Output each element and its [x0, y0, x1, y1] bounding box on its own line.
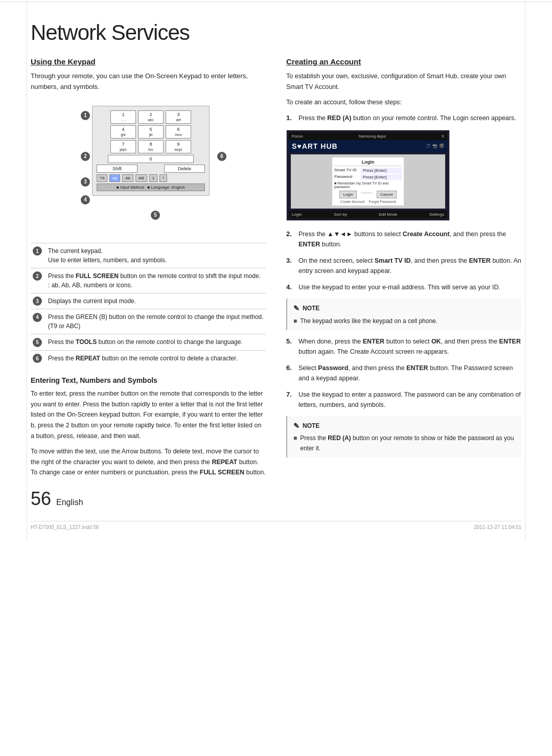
- sh-samsung-apps: Samsung Apps: [358, 134, 386, 139]
- keypad-row-3: 7pqrs 8tuv 9wxyz: [97, 140, 205, 153]
- keypad-shift-row: Shift Delete: [97, 165, 205, 173]
- entering-body1: To enter text, press the number button o…: [31, 388, 266, 441]
- annotation-text: The current keypad.Use to enter letters,…: [46, 243, 266, 268]
- keypad-mode-row: T9 ab Ab AB 1 *: [97, 174, 205, 182]
- sh-create-link[interactable]: Create Account: [340, 200, 365, 203]
- annotation-circle: 4: [31, 309, 46, 334]
- step-3-text: On the next screen, select Smart TV ID, …: [298, 256, 521, 276]
- annotation-circle: 5: [31, 334, 46, 351]
- note-box-2: ✎ NOTE ■ Press the RED (A) button on you…: [286, 416, 521, 457]
- footer: HT-D7000_ELS_1227.indd 56 2011-12-27 11:…: [31, 521, 521, 530]
- key-9: 9wxyz: [166, 140, 191, 153]
- footer-left: HT-D7000_ELS_1227.indd 56: [31, 524, 99, 530]
- mode-AB[interactable]: AB: [135, 174, 147, 182]
- step-5-text: When done, press the ENTER button to sel…: [298, 336, 521, 357]
- sh-pw-value: Press [Enter]: [361, 174, 402, 180]
- entering-body2: To move within the text, use the Arrow b…: [31, 446, 266, 478]
- sh-login-title: Login: [334, 159, 402, 166]
- note-2-title: ✎ NOTE: [293, 420, 515, 431]
- annotation-row: 5Press the TOOLS button on the remote co…: [31, 334, 266, 351]
- sh-login-btn[interactable]: Login: [339, 191, 357, 198]
- key-8: 8tuv: [138, 140, 164, 153]
- step-6-num: 6.: [286, 363, 294, 383]
- note-1-item-1: ■ The keypad works like the keypad on a …: [293, 316, 515, 326]
- annotation-circle: 3: [31, 293, 46, 309]
- step-3-num: 3.: [286, 256, 294, 276]
- key-5: 5jkl: [138, 125, 164, 139]
- note-bullet-1: ■: [293, 316, 297, 326]
- annotation-5: 5: [151, 211, 160, 220]
- key-0: 0: [108, 155, 194, 163]
- note-label-2: NOTE: [303, 421, 319, 431]
- account-intro1: To establish your own, exclusive, config…: [286, 71, 521, 92]
- mode-1[interactable]: 1: [149, 174, 157, 182]
- keypad-diagram: 1. , - 2abc 3def 4ghi 5jkl 6mno 7pqrs 8t…: [61, 101, 235, 239]
- key-7: 7pqrs: [110, 140, 136, 153]
- step-6-text: Select Password, and then press the ENTE…: [298, 363, 521, 383]
- annotation-1: 1: [81, 111, 90, 120]
- note-2-item-1: ■ Press the RED (A) button on your remot…: [293, 433, 515, 453]
- annotation-text: Press the TOOLS button on the remote con…: [46, 334, 266, 351]
- step-2: 2. Press the ▲▼◄► buttons to select Crea…: [286, 229, 521, 249]
- annotation-row: 1The current keypad.Use to enter letters…: [31, 243, 266, 268]
- top-decoration: [0, 0, 552, 2]
- sh-bottom-login: Login: [292, 212, 302, 217]
- note-box-1: ✎ NOTE ■ The keypad works like the keypa…: [286, 299, 521, 330]
- page-number-area: 56 English: [31, 488, 266, 510]
- annotation-2: 2: [81, 152, 90, 161]
- key-delete[interactable]: Delete: [164, 165, 205, 173]
- key-6: 6mno: [166, 125, 191, 139]
- step-4: 4. Use the keypad to enter your e-mail a…: [286, 282, 521, 293]
- sh-remember: ■ Remember my Smart TV ID and password: [334, 181, 402, 189]
- keypad-intro: Through your remote, you can use the On-…: [31, 71, 266, 93]
- key-4: 4ghi: [110, 125, 136, 139]
- sh-bottom-settings: Settings: [429, 212, 444, 217]
- annotation-text: Press the REPEAT button on the remote co…: [46, 350, 266, 366]
- step-1: 1. Press the RED (A) button on your remo…: [286, 113, 521, 124]
- annotation-circle: 1: [31, 243, 46, 268]
- steps-5-7: 5. When done, press the ENTER button to …: [286, 336, 521, 410]
- note-2-text-1: Press the RED (A) button on your remote …: [300, 433, 515, 453]
- step-list: 1. Press the RED (A) button on your remo…: [286, 113, 521, 124]
- right-margin: [525, 0, 525, 540]
- annotation-row: 2Press the FULL SCREEN button on the rem…: [31, 268, 266, 293]
- page-number: 56: [31, 488, 51, 510]
- sh-close: X: [442, 134, 444, 139]
- right-column: Creating an Account To establish your ow…: [286, 57, 521, 510]
- annotation-3: 3: [81, 177, 90, 187]
- key-shift[interactable]: Shift: [97, 165, 137, 173]
- page-language: English: [56, 498, 83, 507]
- sh-bottom-sort: Sort by: [334, 212, 347, 217]
- mode-t9[interactable]: T9: [97, 174, 107, 182]
- key-1: 1. , -: [110, 110, 136, 124]
- keypad-row-4: 0: [97, 155, 205, 163]
- sh-forgot-link[interactable]: Forgot Password: [369, 200, 396, 203]
- page: Network Services Using the Keypad Throug…: [0, 0, 552, 540]
- account-intro2: To create an account, follow these steps…: [286, 97, 521, 108]
- annotation-4: 4: [81, 195, 90, 204]
- mode-ab[interactable]: ab: [109, 174, 120, 182]
- sh-field-pw: Password Press [Enter]: [334, 174, 402, 180]
- keypad-box: 1. , - 2abc 3def 4ghi 5jkl 6mno 7pqrs 8t…: [92, 106, 210, 196]
- step-2-num: 2.: [286, 229, 294, 249]
- sh-login-box: Login Smart TV ID Press [Enter] Password…: [332, 157, 404, 205]
- mode-Ab[interactable]: Ab: [122, 174, 133, 182]
- keypad-row-1: 1. , - 2abc 3def: [97, 110, 205, 124]
- step-1-num: 1.: [286, 113, 294, 124]
- sh-icon3: 🎬: [439, 144, 444, 148]
- sh-icons: 🎵 📷 🎬: [426, 144, 444, 148]
- step-6: 6. Select Password, and then press the E…: [286, 363, 521, 383]
- sh-login-container: Login Smart TV ID Press [Enter] Password…: [291, 154, 445, 209]
- note-icon-2: ✎: [293, 420, 300, 431]
- step-7-text: Use the keypad to enter a password. The …: [298, 390, 521, 410]
- key-3: 3def: [166, 110, 191, 124]
- sh-id-value: Press [Enter]: [361, 168, 402, 173]
- sh-field-id: Smart TV ID Press [Enter]: [334, 168, 402, 173]
- annotation-6: 6: [217, 152, 226, 161]
- annotation-text: Press the FULL SCREEN button on the remo…: [46, 268, 266, 293]
- sh-cancel-btn[interactable]: Cancel: [377, 191, 397, 198]
- annotation-row: 4Press the GREEN (B) button on the remot…: [31, 309, 266, 334]
- section-title-entering: Entering Text, Numbers and Symbols: [31, 376, 266, 384]
- sh-focus: Focus: [292, 134, 303, 139]
- mode-star[interactable]: *: [159, 174, 167, 182]
